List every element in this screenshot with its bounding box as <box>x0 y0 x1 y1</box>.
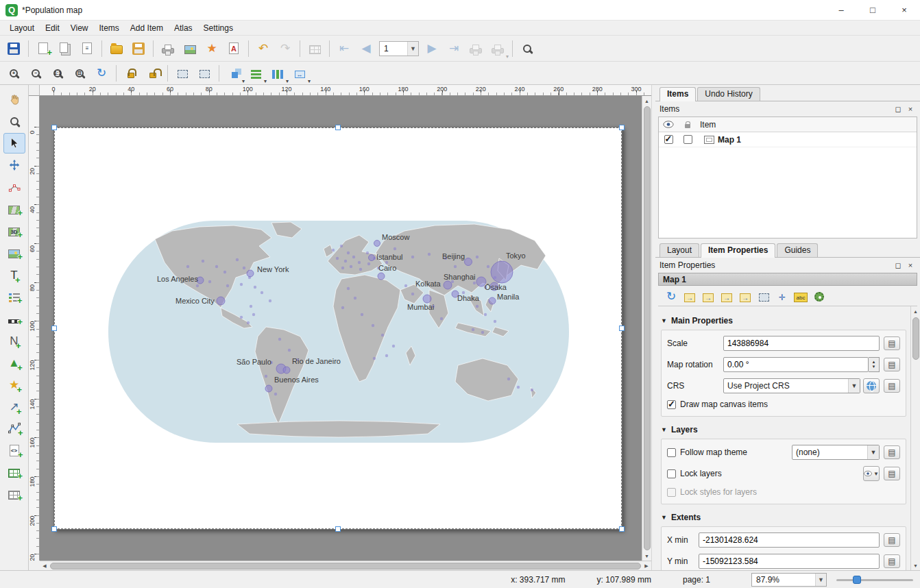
menu-edit[interactable]: Edit <box>40 22 65 34</box>
section-layers[interactable]: ▼ Layers <box>661 425 906 434</box>
scroll-up-icon[interactable]: ▲ <box>642 96 652 106</box>
scroll-up-icon[interactable]: ▲ <box>911 306 920 316</box>
add-items-from-template-button[interactable] <box>106 38 127 59</box>
close-panel-icon[interactable]: × <box>905 103 916 114</box>
item-lock-checkbox[interactable] <box>683 135 692 144</box>
add-attribute-table-tool[interactable]: + <box>3 462 25 482</box>
canvas-horizontal-scrollbar[interactable]: ◀ ▶ <box>40 561 651 570</box>
scroll-right-icon[interactable]: ▶ <box>642 561 651 571</box>
move-item-content-tool[interactable] <box>3 155 25 175</box>
add-north-arrow-tool[interactable]: N+ <box>3 330 25 351</box>
layout-page[interactable]: MoscowIstanbulBeijingTokyoNew YorkLos An… <box>53 127 622 530</box>
maximize-button[interactable]: □ <box>857 0 888 20</box>
scale-input[interactable] <box>723 336 880 351</box>
menu-atlas[interactable]: Atlas <box>169 22 198 34</box>
crs-dropdown[interactable]: Use Project CRS ▼ <box>723 378 860 393</box>
selection-handle[interactable] <box>51 326 57 331</box>
save-project-button[interactable] <box>3 38 24 59</box>
draw-map-canvas-items-checkbox[interactable] <box>667 400 676 409</box>
spin-down-icon[interactable]: ▼ <box>872 365 876 369</box>
deselect-all-items-button[interactable] <box>194 63 215 84</box>
print-layout-button[interactable] <box>158 38 178 59</box>
x-min-input[interactable] <box>699 532 880 548</box>
export-as-svg-button[interactable]: ★ <box>202 38 222 59</box>
export-as-pdf-button[interactable] <box>223 38 244 59</box>
atlas-settings-button[interactable] <box>517 38 537 59</box>
labeling-settings-button[interactable] <box>792 289 810 305</box>
data-defined-override-button[interactable]: ▤ <box>884 358 900 371</box>
spin-up-icon[interactable]: ▲ <box>872 360 876 365</box>
add-shape-tool[interactable]: ▲+ <box>3 352 25 373</box>
undo-button[interactable]: ↶ <box>253 38 274 59</box>
zoom-level-combo[interactable]: 87.9% ▼ <box>751 573 827 587</box>
zoom-slider-thumb[interactable] <box>853 576 861 584</box>
map-theme-dropdown[interactable]: (none) ▼ <box>792 445 880 460</box>
close-panel-icon[interactable]: × <box>905 260 916 271</box>
item-visibility-checkbox[interactable] <box>664 135 673 144</box>
add-legend-tool[interactable]: + <box>3 286 25 307</box>
scroll-down-icon[interactable]: ▼ <box>642 551 652 561</box>
tab-undo-history[interactable]: Undo History <box>697 87 760 101</box>
unlock-all-items-button[interactable] <box>143 63 163 84</box>
data-defined-override-button[interactable]: ▤ <box>884 445 900 459</box>
zoom-in-button[interactable]: + <box>3 63 24 84</box>
menu-view[interactable]: View <box>65 22 94 34</box>
scroll-down-icon[interactable]: ▼ <box>911 561 920 570</box>
set-map-scale-to-match-canvas-button[interactable] <box>718 289 736 305</box>
menu-layout[interactable]: Layout <box>4 22 40 34</box>
data-defined-override-button[interactable]: ▤ <box>884 554 900 568</box>
raise-selected-items-button[interactable]: ▾ <box>223 63 244 84</box>
scroll-left-icon[interactable]: ◀ <box>40 561 49 571</box>
data-defined-override-button[interactable]: ▤ <box>884 467 900 480</box>
tab-item-properties[interactable]: Item Properties <box>701 243 775 258</box>
vertical-scroll-thumb[interactable] <box>644 106 651 550</box>
minimize-button[interactable]: – <box>825 0 857 20</box>
zoom-out-button[interactable]: − <box>25 63 46 84</box>
add-html-tool[interactable]: <>+ <box>3 440 25 461</box>
world-map[interactable]: MoscowIstanbulBeijingTokyoNew YorkLos An… <box>107 219 570 445</box>
tab-items[interactable]: Items <box>659 87 696 101</box>
select-move-item-tool[interactable] <box>3 133 25 154</box>
visibility-preset-button[interactable]: ▼ <box>863 466 880 481</box>
set-map-extent-to-match-canvas-button[interactable] <box>681 289 699 305</box>
selection-handle[interactable] <box>619 526 625 532</box>
select-crs-button[interactable] <box>863 378 880 393</box>
float-panel-icon[interactable]: ◻ <box>893 260 904 271</box>
add-arrow-tool[interactable]: ↗+ <box>3 396 25 417</box>
clipping-settings-button[interactable] <box>810 289 828 305</box>
properties-scroll-thumb[interactable] <box>912 317 919 360</box>
selection-handle[interactable] <box>619 125 625 130</box>
add-marker-tool[interactable]: ★+ <box>3 374 25 395</box>
resize-selected-items-button[interactable]: ▾ <box>289 63 310 84</box>
tab-layout[interactable]: Layout <box>659 243 699 257</box>
rotation-spinner[interactable]: ▲▼ <box>869 357 880 372</box>
section-main-properties[interactable]: ▼ Main Properties <box>661 316 906 326</box>
data-defined-override-button[interactable]: ▤ <box>884 533 900 547</box>
zoom-layout-tool[interactable] <box>3 111 25 132</box>
selection-handle[interactable] <box>335 526 341 532</box>
align-selected-items-button[interactable]: ▾ <box>245 63 266 84</box>
pan-layout-tool[interactable] <box>3 89 25 110</box>
y-min-input[interactable] <box>699 554 880 569</box>
lock-layers-checkbox[interactable] <box>667 469 676 478</box>
menu-items[interactable]: Items <box>94 22 125 34</box>
follow-map-theme-checkbox[interactable] <box>667 448 676 457</box>
selection-handle[interactable] <box>51 125 57 130</box>
section-extents[interactable]: ▼ Extents <box>661 513 906 522</box>
lock-selected-items-button[interactable] <box>121 63 141 84</box>
zoom-actual-button[interactable]: 1:1 <box>47 63 68 84</box>
refresh-view-button[interactable]: ↻ <box>91 63 112 84</box>
close-button[interactable]: × <box>888 0 920 20</box>
float-panel-icon[interactable]: ◻ <box>893 103 904 114</box>
data-defined-override-button[interactable]: ▤ <box>884 336 900 350</box>
selection-handle[interactable] <box>619 326 625 331</box>
add-node-item-tool[interactable]: + <box>3 418 25 439</box>
canvas-vertical-scrollbar[interactable]: ▲ ▼ <box>642 96 651 561</box>
export-as-image-button[interactable] <box>180 38 200 59</box>
view-extent-in-canvas-button[interactable] <box>699 289 717 305</box>
zoom-full-button[interactable]: ⊡ <box>69 63 90 84</box>
add-scalebar-tool[interactable]: + <box>3 308 25 329</box>
new-layout-button[interactable]: + <box>33 38 53 59</box>
data-defined-override-button[interactable]: ▤ <box>884 379 900 393</box>
edit-nodes-item-tool[interactable] <box>3 177 25 197</box>
